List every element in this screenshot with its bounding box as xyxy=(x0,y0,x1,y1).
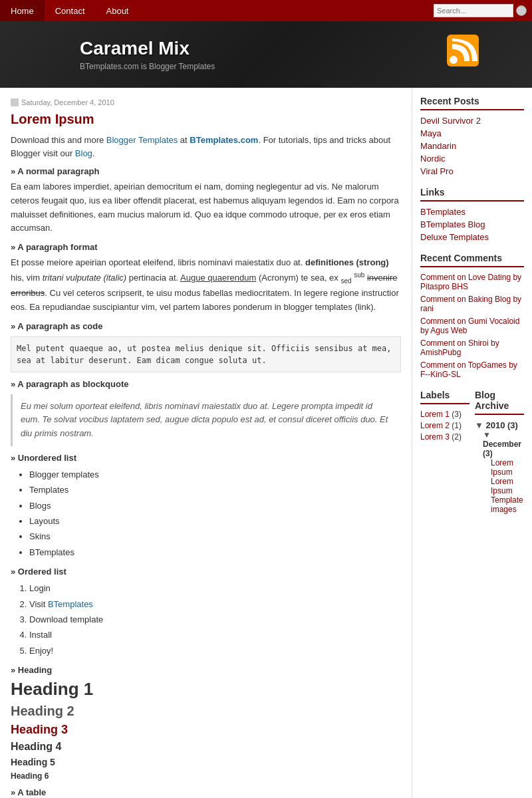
list-item: Blogs xyxy=(29,498,401,513)
blogger-templates-link-1[interactable]: Blogger Templates xyxy=(106,135,178,145)
post-intro-1: Download this and more Blogger Templates… xyxy=(11,134,401,160)
heading-1: Heading 1 xyxy=(11,679,401,700)
recent-post-link[interactable]: Viral Pro xyxy=(420,166,454,176)
labels-title: Labels xyxy=(420,390,469,404)
comment-link[interactable]: Comment on Baking Blog by rani xyxy=(420,295,521,313)
recent-post-link[interactable]: Devil Survivor 2 xyxy=(420,116,481,126)
list-item: BTemplates xyxy=(29,545,401,560)
heading-5: Heading 5 xyxy=(11,757,401,767)
svg-point-1 xyxy=(450,56,458,64)
recent-post-link[interactable]: Nordic xyxy=(420,154,446,164)
list-item: Mandarin xyxy=(420,141,524,151)
list-item: Install xyxy=(29,627,401,642)
links-list: BTemplates BTemplates Blog Deluxe Templa… xyxy=(420,207,524,242)
list-item: Deluxe Templates xyxy=(420,232,524,242)
list-item: Enjoy! xyxy=(29,643,401,658)
list-item: Maya xyxy=(420,128,524,138)
heading-3: Heading 3 xyxy=(11,723,401,737)
list-item: Templates xyxy=(29,482,401,497)
recent-comments-title: Recent Comments xyxy=(420,253,524,267)
recent-comments-widget: Recent Comments Comment on Love Dating b… xyxy=(420,253,524,379)
chevron-down-icon: ▼ xyxy=(475,420,483,430)
heading-6: Heading 6 xyxy=(11,771,401,781)
post-1: Saturday, December 4, 2010 Lorem Ipsum D… xyxy=(11,98,401,798)
comment-link[interactable]: Comment on TopGames by F--KinG-SL xyxy=(420,360,517,379)
section-code-heading: » A paragraph as code xyxy=(11,321,401,331)
blogger-templates-link-2[interactable]: blogger templates (link) xyxy=(283,302,373,312)
list-item: Nordic xyxy=(420,154,524,164)
search-button[interactable] xyxy=(516,5,527,16)
comment-link[interactable]: Comment on Shiroi by AmishPubg xyxy=(420,338,499,357)
sidebar: Recent Posts Devil Survivor 2 Maya Manda… xyxy=(412,88,532,798)
archive-post: Template images xyxy=(491,495,524,514)
recent-posts-list: Devil Survivor 2 Maya Mandarin Nordic Vi… xyxy=(420,116,524,176)
section-ordered-heading: » Ordered list xyxy=(11,567,401,577)
post-title-1: Lorem Ipsum xyxy=(11,112,401,127)
archive-month[interactable]: ▼ December (3) xyxy=(483,430,524,458)
btemplates-ordered-link[interactable]: BTemplates xyxy=(48,599,93,609)
label-link[interactable]: Lorem 1 xyxy=(420,410,450,419)
archive-year[interactable]: ▼ 2010 (3) xyxy=(475,420,524,430)
search-input[interactable] xyxy=(434,4,513,17)
list-item: Comment on Gumi Vocaloid by Agus Web xyxy=(420,317,524,335)
list-item: Viral Pro xyxy=(420,166,524,176)
archive-post: Lorem Ipsum xyxy=(491,477,524,495)
blog-link-1[interactable]: Blog xyxy=(75,148,92,158)
archive-widget: Blog Archive ▼ 2010 (3) ▼ December (3) L… xyxy=(475,390,524,514)
recent-posts-widget: Recent Posts Devil Survivor 2 Maya Manda… xyxy=(420,96,524,176)
list-item: BTemplates Blog xyxy=(420,219,524,229)
btemplates-link-1[interactable]: BTemplates.com xyxy=(190,135,258,145)
label-item: Lorem 3 (2) xyxy=(420,432,469,442)
blockquote: Eu mei solum oporteat eleifend, libris n… xyxy=(11,394,401,446)
nav-contact[interactable]: Contact xyxy=(45,0,96,21)
nav-home[interactable]: Home xyxy=(0,0,45,21)
chevron-down-icon: ▼ xyxy=(483,430,491,440)
links-title: Links xyxy=(420,187,524,201)
nav-about[interactable]: About xyxy=(96,0,140,21)
label-link[interactable]: Lorem 3 xyxy=(420,432,450,442)
unordered-list: Blogger templates Templates Blogs Layout… xyxy=(29,467,401,560)
post-date: Saturday, December 4, 2010 xyxy=(11,98,401,106)
rss-icon[interactable] xyxy=(447,35,479,66)
link-item[interactable]: Deluxe Templates xyxy=(420,232,489,242)
recent-comments-list: Comment on Love Dating by Pitaspro BHS C… xyxy=(420,273,524,379)
label-item: Lorem 1 (3) xyxy=(420,410,469,419)
section-format-heading: » A paragraph format xyxy=(11,242,401,252)
archive-post-link[interactable]: Lorem Ipsum xyxy=(491,477,513,495)
section-normal-heading: » A normal paragraph xyxy=(11,166,401,176)
section-table-heading: » A table xyxy=(11,787,401,797)
recent-posts-title: Recent Posts xyxy=(420,96,524,110)
list-item: Devil Survivor 2 xyxy=(420,116,524,126)
archive-title: Blog Archive xyxy=(475,390,524,415)
code-block: Mel putent quaeque ao, ut postea melius … xyxy=(11,336,401,372)
list-item: Visit BTemplates xyxy=(29,597,401,612)
section-heading-heading: » Heading xyxy=(11,665,401,675)
links-widget: Links BTemplates BTemplates Blog Deluxe … xyxy=(420,187,524,242)
comment-link[interactable]: Comment on Gumi Vocaloid by Agus Web xyxy=(420,317,519,335)
main-content: Saturday, December 4, 2010 Lorem Ipsum D… xyxy=(0,88,412,798)
site-title: Caramel Mix xyxy=(80,38,452,59)
list-item: BTemplates xyxy=(420,207,524,217)
comment-link[interactable]: Comment on Love Dating by Pitaspro BHS xyxy=(420,273,521,291)
recent-post-link[interactable]: Mandarin xyxy=(420,141,456,151)
format-paragraph: Et posse meiore apeirian oporteat eleife… xyxy=(11,256,401,314)
labels-widget: Labels Lorem 1 (3) Lorem 2 (1) Lorem 3 (… xyxy=(420,390,469,514)
search-area xyxy=(434,4,527,17)
label-link[interactable]: Lorem 2 xyxy=(420,421,450,430)
link-item[interactable]: BTemplates Blog xyxy=(420,219,485,229)
section-unordered-heading: » Unordered list xyxy=(11,453,401,463)
archive-post-link[interactable]: Lorem Ipsum xyxy=(491,458,513,477)
list-item: Download template xyxy=(29,612,401,627)
list-item: Comment on Shiroi by AmishPubg xyxy=(420,338,524,357)
archive-post-link[interactable]: Template images xyxy=(491,495,523,514)
top-navigation: Home Contact About xyxy=(0,0,532,21)
label-item: Lorem 2 (1) xyxy=(420,421,469,430)
list-item: Blogger templates xyxy=(29,467,401,482)
recent-post-link[interactable]: Maya xyxy=(420,128,442,138)
list-item: Skins xyxy=(29,529,401,544)
link-item[interactable]: BTemplates xyxy=(420,207,466,217)
list-item: Comment on Baking Blog by rani xyxy=(420,295,524,313)
heading-2: Heading 2 xyxy=(11,704,401,719)
site-subtitle: BTemplates.com is Blogger Templates xyxy=(80,62,452,71)
archive-post: Lorem Ipsum xyxy=(491,458,524,477)
